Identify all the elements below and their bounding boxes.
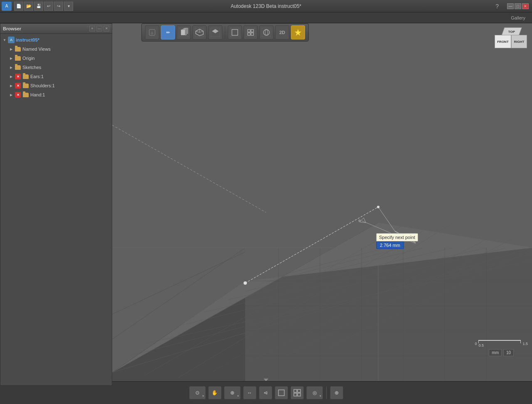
tree-item-ears[interactable]: ▶ ✕ Ears:1 (0, 72, 112, 81)
browser-controls: ≡ — ✕ (89, 26, 109, 32)
tree-item-sketches[interactable]: ▶ Sketches (0, 63, 112, 72)
orbit-button[interactable]: ↔ (243, 386, 256, 399)
open-button[interactable]: 📂 (24, 2, 33, 11)
origin-arrow: ▶ (9, 56, 14, 61)
bottom-scroll-indicator (264, 379, 268, 381)
zoom-icon: ⊕ (230, 390, 234, 396)
home-view-button[interactable]: ⌂ (145, 25, 159, 39)
ruler-bar: 0 0.5 1.5 (475, 340, 528, 347)
svg-rect-78 (294, 393, 297, 396)
wireframe-button[interactable] (228, 25, 242, 39)
cube-front-face[interactable]: FRONT (495, 35, 511, 48)
save-button[interactable]: 💾 (34, 2, 43, 11)
front-view-button[interactable] (177, 25, 191, 39)
ears-arrow: ▶ (9, 74, 14, 79)
gallery-label[interactable]: Gallery (511, 15, 525, 20)
ruler-tick-end (520, 340, 521, 343)
cube-front-label: FRONT (497, 40, 509, 44)
tree-item-shoulders[interactable]: ▶ ✕ Shoulders:1 (0, 81, 112, 90)
top-view-button[interactable] (208, 25, 222, 39)
cube-right-label: RIGHT (514, 40, 525, 44)
title-bar: A 📄 📂 💾 ↩ ↪ ▾ Autodesk 123D Beta instruc… (0, 0, 532, 12)
specify-next-point-tooltip: Specify next point (376, 233, 418, 241)
scale-ruler: 0 0.5 1.5 mm 10 (475, 340, 528, 356)
named-views-arrow: ▶ (9, 47, 14, 52)
back-button[interactable]: ⊲ (259, 386, 272, 399)
measurement-value: 2.764 mm (380, 243, 400, 248)
orbit-icon: ↔ (247, 390, 252, 396)
hand-folder-icon (22, 91, 29, 98)
material-button[interactable] (259, 25, 273, 39)
sketch-tool-button[interactable]: ✏ (161, 25, 175, 39)
root-arrow: ▼ (2, 37, 7, 42)
grid-button[interactable] (244, 25, 258, 39)
minimize-button[interactable]: — (507, 3, 514, 9)
new-button[interactable]: 📄 (14, 2, 23, 11)
ruler-line (479, 340, 520, 341)
frame-icon (278, 389, 285, 397)
browser-minimize[interactable]: — (96, 26, 102, 32)
maximize-button[interactable]: □ (515, 3, 521, 9)
close-button[interactable]: ✕ (522, 3, 529, 9)
main-toolbar: ⌂ ✏ (141, 23, 309, 42)
ruler-label-right: 1.5 (522, 342, 528, 346)
status-separator (326, 387, 327, 399)
tooltip-label: Specify next point (379, 235, 415, 240)
ruler-label-row: 0.5 (478, 343, 521, 347)
cube-right-face[interactable]: RIGHT (511, 35, 527, 48)
svg-marker-7 (181, 30, 185, 35)
tree-item-origin[interactable]: ▶ Origin (0, 54, 112, 63)
svg-point-72 (358, 219, 361, 222)
svg-point-70 (377, 206, 379, 208)
browser-close[interactable]: ✕ (103, 26, 109, 32)
frame2-icon (293, 389, 301, 397)
svg-marker-30 (245, 248, 532, 381)
tree-root[interactable]: ▼ A instruct05* (0, 35, 112, 44)
app-logo: A (2, 2, 12, 11)
back-icon: ⊲ (264, 390, 268, 396)
measurement-input-box[interactable]: 2.764 mm (376, 241, 404, 249)
hand-label: Hand:1 (30, 92, 45, 97)
help-icon[interactable]: ? (495, 3, 499, 10)
browser-header: Browser ≡ — ✕ (0, 24, 112, 34)
select-dropdown-icon: ▾ (202, 394, 204, 398)
named-views-folder-icon (15, 46, 21, 52)
quick-toolbar: 📄 📂 💾 ↩ ↪ ▾ (14, 2, 73, 11)
browser-title: Browser (3, 26, 21, 31)
2d-view-button[interactable]: 2D (275, 25, 289, 39)
redo-button[interactable]: ↪ (54, 2, 63, 11)
browser-control-1[interactable]: ≡ (89, 26, 95, 32)
ruler-sub-value: 0.5 (478, 343, 484, 347)
tree-item-hand[interactable]: ▶ ✕ Hand:1 (0, 90, 112, 99)
pan-button[interactable]: ✋ (208, 386, 222, 399)
tree-item-named-views[interactable]: ▶ Named Views (0, 44, 112, 54)
isometric-view-button[interactable] (192, 25, 207, 39)
star-tool-button[interactable] (291, 25, 305, 39)
sketches-arrow: ▶ (9, 65, 14, 70)
hand-arrow: ▶ (9, 92, 14, 97)
svg-text:⌂: ⌂ (151, 30, 153, 35)
camera-button[interactable]: ◎ ▾ (306, 386, 323, 399)
frame-button[interactable] (275, 386, 288, 399)
ears-cross-icon: ✕ (15, 73, 21, 80)
shoulders-cross-icon: ✕ (15, 82, 21, 89)
frame2-button[interactable] (291, 386, 304, 399)
zoom-button[interactable]: ⊕ ▾ (224, 386, 241, 399)
ruler-controls: mm 10 (489, 349, 514, 356)
ruler-value: 10 (503, 349, 514, 356)
camera-dropdown-icon: ▾ (320, 394, 321, 398)
settings-end-button[interactable]: ⊕ (330, 386, 343, 399)
view-cube: TOP FRONT RIGHT (495, 27, 528, 61)
cube-top-face[interactable]: TOP (501, 27, 522, 36)
select-mode-button[interactable]: ⊙ ▾ (189, 386, 206, 399)
svg-rect-77 (298, 389, 300, 392)
select-icon: ⊙ (195, 390, 200, 396)
undo-button[interactable]: ↩ (44, 2, 53, 11)
viewport[interactable]: TOP FRONT RIGHT Specify next point 2.764… (112, 23, 532, 381)
dropdown-button[interactable]: ▾ (64, 2, 73, 11)
shoulders-arrow: ▶ (9, 83, 14, 88)
settings-icon: ⊕ (335, 390, 339, 396)
svg-rect-75 (278, 390, 284, 396)
ruler-label-left: 0 (475, 342, 477, 346)
named-views-label: Named Views (22, 47, 51, 52)
